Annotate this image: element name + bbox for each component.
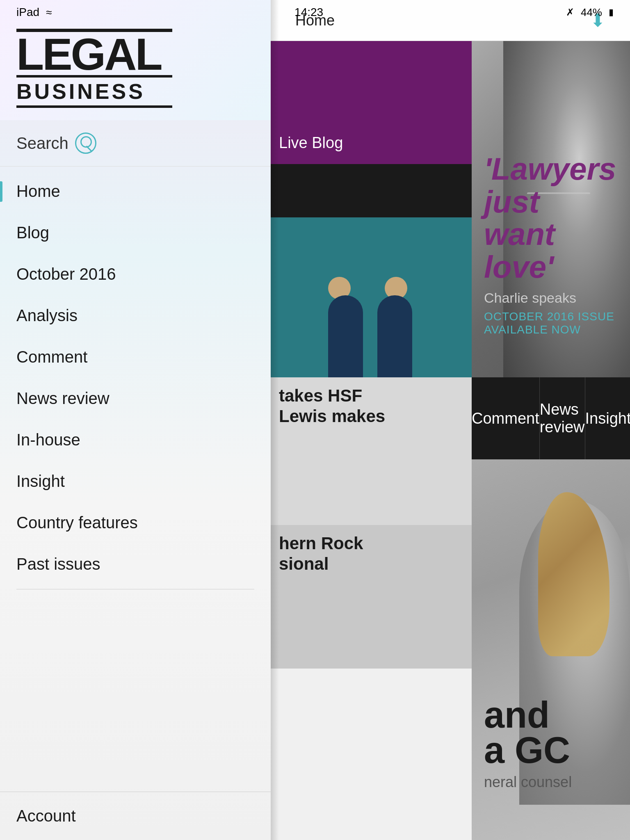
tab-insight-label: Insight <box>585 410 630 427</box>
logo: LEGAL BUSINESS <box>16 29 172 108</box>
live-blog-label: Live Blog <box>279 134 343 152</box>
person-left <box>328 277 365 377</box>
battery-icon: ▮ <box>609 7 614 18</box>
woman-text-line2: a GC <box>484 733 572 768</box>
hero-woman[interactable]: and a GC neral counsel <box>472 459 630 840</box>
text-card-2-content: hern Rock sional <box>279 533 463 575</box>
text-card-1-content: takes HSF Lewis makes <box>279 386 463 427</box>
woman-text-sub: neral counsel <box>484 774 572 791</box>
hero-quote: 'Lawyers just want love' <box>484 153 618 283</box>
tab-newsreview-label: News review <box>540 401 585 436</box>
hero-cta: OCTOBER 2016 ISSUE AVAILABLE NOW <box>484 310 618 336</box>
woman-text-line1: and <box>484 698 572 733</box>
wifi-icon: ≈ <box>46 6 52 19</box>
account-label: Account <box>16 807 76 825</box>
text-card-2: hern Rock sional <box>271 525 472 669</box>
section-tabs: Comment News review Insight <box>472 377 630 459</box>
sidebar-shadow <box>271 0 279 840</box>
sidebar-item-newsreview[interactable]: News review <box>0 378 271 419</box>
sidebar-item-pastissues[interactable]: Past issues <box>0 543 271 585</box>
sidebar-item-label: Analysis <box>16 306 78 325</box>
search-icon[interactable] <box>75 132 96 154</box>
sidebar-item-label: Insight <box>16 472 65 491</box>
sidebar: LEGAL BUSINESS Search Home Blog October … <box>0 0 271 840</box>
hero-subtitle: Charlie speaks <box>484 290 618 306</box>
main-content: Home ⬇ Live Blog takes HSF Lewis makes <box>271 0 630 840</box>
tab-comment[interactable]: Comment <box>472 377 540 459</box>
text-card-1: takes HSF Lewis makes <box>271 377 472 525</box>
hero-main[interactable]: 'Lawyers just want love' Charlie speaks … <box>472 41 630 377</box>
nav-items: Home Blog October 2016 Analysis Comment … <box>0 167 271 792</box>
black-card <box>271 164 472 217</box>
tab-comment-label: Comment <box>472 410 539 427</box>
status-bar: iPad ≈ 14:23 ✗ 44% ▮ <box>0 0 630 25</box>
battery-label: 44% <box>581 6 602 19</box>
search-box[interactable]: Search <box>16 132 254 154</box>
bluetooth-icon: ✗ <box>566 7 574 18</box>
people-figures <box>328 277 414 377</box>
sidebar-item-analysis[interactable]: Analysis <box>0 295 271 336</box>
device-label: iPad <box>16 6 39 19</box>
search-label: Search <box>16 134 68 153</box>
sidebar-item-label: Country features <box>16 514 138 532</box>
search-area[interactable]: Search <box>0 120 271 167</box>
status-bar-left: iPad ≈ <box>16 6 52 19</box>
sidebar-item-label: Past issues <box>16 555 100 573</box>
live-blog-card[interactable]: Live Blog <box>271 41 472 164</box>
sidebar-item-label: October 2016 <box>16 265 116 283</box>
hero-woman-text: and a GC neral counsel <box>484 698 572 791</box>
sidebar-item-blog[interactable]: Blog <box>0 212 271 253</box>
sidebar-item-countryfeatures[interactable]: Country features <box>0 502 271 543</box>
logo-business: BUSINESS <box>16 75 172 108</box>
hero-text-overlay: 'Lawyers just want love' Charlie speaks … <box>484 153 618 336</box>
nav-separator <box>16 589 254 589</box>
sidebar-item-label: Comment <box>16 348 87 366</box>
sidebar-item-label: News review <box>16 389 110 408</box>
sidebar-item-inhouse[interactable]: In-house <box>0 419 271 461</box>
search-icon-inner <box>80 136 92 148</box>
status-bar-right: ✗ 44% ▮ <box>566 6 614 19</box>
sidebar-item-insight[interactable]: Insight <box>0 461 271 502</box>
logo-legal: LEGAL <box>16 34 172 74</box>
sidebar-item-home[interactable]: Home <box>0 171 271 212</box>
tab-insight[interactable]: Insight <box>585 377 630 459</box>
tab-newsreview[interactable]: News review <box>540 377 585 459</box>
sidebar-item-october2016[interactable]: October 2016 <box>0 253 271 295</box>
sidebar-item-label: Blog <box>16 224 49 242</box>
teal-card[interactable] <box>271 217 472 377</box>
person-right <box>377 277 414 377</box>
sidebar-item-account[interactable]: Account <box>0 792 271 840</box>
status-bar-time: 14:23 <box>294 6 323 19</box>
sidebar-item-comment[interactable]: Comment <box>0 336 271 378</box>
sidebar-item-label: In-house <box>16 431 80 449</box>
sidebar-item-label: Home <box>16 182 60 201</box>
